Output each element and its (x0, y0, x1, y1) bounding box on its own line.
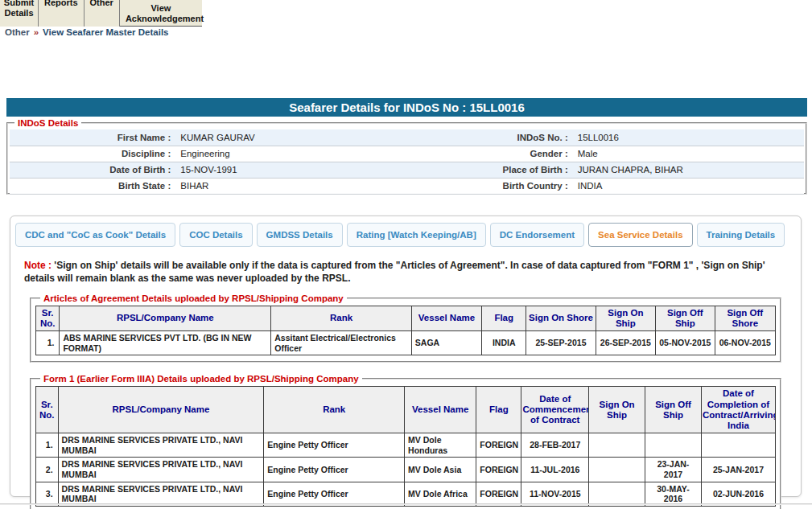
menu-item-submit-details[interactable]: Submit Details (0, 0, 39, 27)
form1-details-table: Sr. No. RPSL/Company Name Rank Vessel Na… (35, 386, 776, 506)
column-header: Date of Commencement of Contract (521, 387, 589, 433)
cell-rank: Engine Petty Officer (264, 482, 405, 506)
field-value: JURAN CHAPRA, BIHAR (574, 162, 804, 178)
tab-gmdss-details[interactable]: GMDSS Details (257, 223, 343, 247)
cell-flag: FOREIGN (476, 482, 521, 506)
field-value: 15-NOV-1991 (176, 162, 406, 178)
field-label: Birth State : (10, 178, 176, 194)
cell-vessel: MV Dole Honduras (405, 433, 476, 458)
cell-flag: FOREIGN (476, 433, 521, 458)
note-text: 'Sign on Ship' details will be available… (24, 260, 765, 284)
indos-row: Birth State : BIHAR Birth Country : INDI… (10, 178, 804, 194)
cell-commencement-date: 11-JUL-2016 (521, 458, 589, 482)
breadcrumb-separator: » (30, 27, 43, 37)
tab-dc-endorsement[interactable]: DC Endorsement (490, 223, 584, 247)
cell-sign-on-ship (589, 433, 645, 458)
tab-coc-details[interactable]: COC Details (179, 223, 252, 247)
indos-row: Discipline : Engineering Gender : Male (10, 146, 804, 162)
indos-row: Date of Birth : 15-NOV-1991 Place of Bir… (10, 162, 804, 178)
table-header-row: Sr. No. RPSL/Company Name Rank Vessel Na… (36, 306, 776, 330)
cell-rank: Engine Petty Officer (264, 433, 405, 458)
cell-company: DRS MARINE SERVICES PRIVATE LTD., NAVI M… (58, 458, 264, 482)
cell-completion-date: 02-JUN-2016 (701, 482, 775, 506)
indos-details-table: First Name : KUMAR GAURAV INDoS No. : 15… (10, 129, 804, 195)
indos-row: First Name : KUMAR GAURAV INDoS No. : 15… (10, 129, 804, 146)
field-label: Gender : (406, 146, 573, 162)
cell-company: DRS MARINE SERVICES PRIVATE LTD., NAVI M… (58, 482, 264, 506)
column-header: Sr. No. (36, 306, 60, 330)
cell-vessel: MV Dole Asia (405, 458, 476, 482)
table-row: 1. DRS MARINE SERVICES PRIVATE LTD., NAV… (36, 433, 776, 458)
column-header: Sign Off Ship (645, 387, 702, 433)
field-value: Engineering (176, 146, 406, 162)
field-value: Male (574, 146, 804, 162)
tab-bar: CDC and "CoC as Cook" Details COC Detail… (15, 223, 798, 247)
column-header: Sign On Shore (526, 306, 596, 330)
agreement-details-legend: Articles of Agreement Details uploaded b… (40, 293, 347, 303)
cell-flag: FOREIGN (476, 458, 521, 482)
column-header: Flag (482, 306, 526, 330)
column-header: Rank (271, 306, 412, 330)
menu-item-reports[interactable]: Reports (39, 0, 84, 27)
cell-sign-on-ship (589, 482, 645, 506)
column-header: Vessel Name (411, 306, 481, 330)
field-label: Discipline : (10, 146, 176, 162)
page-title: Seafarer Details for INDoS No : 15LL0016 (6, 98, 807, 117)
cell-sign-on-ship: 26-SEP-2015 (596, 331, 655, 355)
column-header: RPSL/Company Name (58, 387, 264, 433)
cell-commencement-date: 28-FEB-2017 (521, 433, 589, 458)
cell-commencement-date: 11-NOV-2015 (521, 482, 589, 506)
cell-sr-no: 1. (36, 433, 59, 458)
menu-item-other[interactable]: Other (84, 0, 120, 27)
cell-rank: Engine Petty Officer (264, 458, 405, 482)
column-header: RPSL/Company Name (60, 306, 271, 330)
table-row: 3. DRS MARINE SERVICES PRIVATE LTD., NAV… (36, 482, 776, 506)
column-header: Date of Completion of Contract/Arriving … (701, 387, 775, 433)
cell-sr-no: 3. (36, 482, 59, 506)
tab-rating-watch-keeping-ab[interactable]: Rating [Watch Keeping/AB] (347, 223, 486, 247)
field-label: Place of Birth : (406, 162, 573, 178)
cell-sign-off-ship: 23-JAN-2017 (645, 458, 702, 482)
form1-details-fieldset: Form 1 (Earlier Form IIIA) Details uploa… (30, 374, 781, 509)
note-label: Note : (24, 260, 52, 271)
column-header: Sr. No. (36, 387, 59, 433)
cell-sign-off-shore: 06-NOV-2015 (715, 331, 775, 355)
cell-flag: INDIA (482, 331, 526, 355)
cell-sign-off-ship (645, 433, 702, 458)
cell-completion-date: 25-JAN-2017 (701, 458, 775, 482)
menu-item-view-acknowledgement[interactable]: View Acknowledgement (120, 0, 202, 27)
indos-details-fieldset: INDoS Details First Name : KUMAR GAURAV … (6, 118, 807, 195)
field-value: 15LL0016 (574, 129, 804, 146)
cell-sign-on-shore: 25-SEP-2015 (526, 331, 596, 355)
indos-details-legend: INDoS Details (14, 118, 81, 128)
cell-sr-no: 1. (36, 331, 60, 355)
cell-company: ABS MARINE SERVICES PVT LTD. (BG IN NEW … (60, 331, 271, 355)
field-label: Birth Country : (406, 178, 573, 194)
tab-sea-service-details[interactable]: Sea Service Details (588, 223, 693, 247)
column-header: Sign Off Ship (656, 306, 715, 330)
cell-sr-no: 2. (36, 458, 59, 482)
bottom-divider (0, 503, 812, 505)
field-label: INDoS No. : (406, 129, 573, 146)
cell-vessel: MV Dole Africa (405, 482, 476, 506)
breadcrumb: Other»View Seafarer Master Details (5, 27, 168, 37)
cell-sign-off-ship: 30-MAY-2016 (645, 482, 702, 506)
cell-company: DRS MARINE SERVICES PRIVATE LTD., NAVI M… (58, 433, 264, 458)
form1-details-legend: Form 1 (Earlier Form IIIA) Details uploa… (40, 374, 362, 384)
column-header: Sign Off Shore (715, 306, 775, 330)
agreement-details-table: Sr. No. RPSL/Company Name Rank Vessel Na… (35, 306, 776, 356)
field-value: KUMAR GAURAV (176, 129, 406, 146)
field-value: BIHAR (176, 178, 406, 194)
cell-vessel: SAGA (411, 331, 481, 355)
tab-training-details[interactable]: Training Details (697, 223, 785, 247)
field-label: Date of Birth : (10, 162, 176, 178)
field-label: First Name : (10, 129, 176, 146)
cell-completion-date (701, 433, 775, 458)
top-menu: Submit Details Reports Other View Acknow… (0, 0, 202, 27)
sign-on-ship-note: Note : 'Sign on Ship' details will be av… (24, 260, 794, 285)
breadcrumb-parent[interactable]: Other (5, 27, 30, 37)
tab-cdc-coc-as-cook-details[interactable]: CDC and "CoC as Cook" Details (15, 223, 175, 247)
breadcrumb-current: View Seafarer Master Details (43, 27, 168, 37)
table-header-row: Sr. No. RPSL/Company Name Rank Vessel Na… (36, 387, 776, 433)
column-header: Rank (264, 387, 405, 433)
